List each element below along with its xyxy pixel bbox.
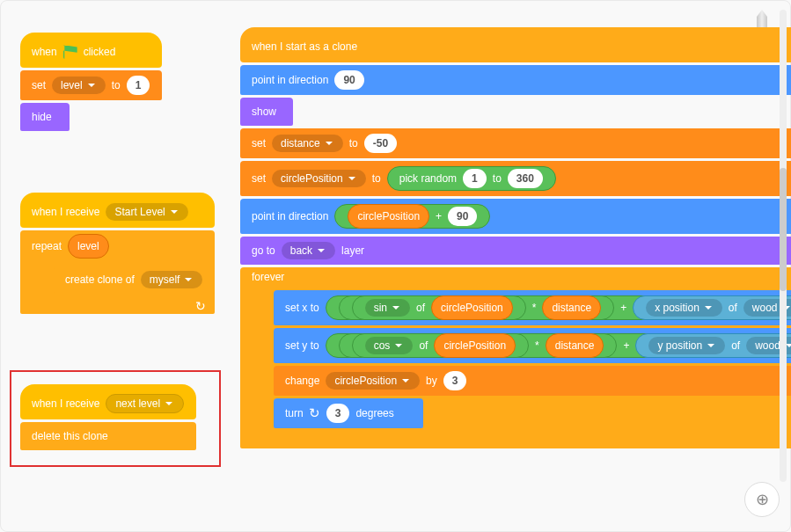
label: hide <box>32 111 52 123</box>
create-clone-block[interactable]: create clone of myself <box>54 266 215 294</box>
stack-init[interactable]: when clicked set level to 1 hide <box>20 33 162 134</box>
value-input[interactable]: 360 <box>508 169 543 188</box>
label: set x to <box>285 302 319 314</box>
message-dropdown[interactable]: Start Level <box>106 203 187 221</box>
label: * <box>532 302 537 314</box>
circleposition-reporter[interactable]: circlePosition <box>348 204 429 229</box>
circleposition-reporter[interactable]: circlePosition <box>434 333 516 358</box>
label: when I receive <box>32 206 99 218</box>
plus-reporter[interactable]: sin of circlePosition * distance + x pos… <box>326 295 791 320</box>
value-input[interactable]: 3 <box>443 371 467 390</box>
label: forever <box>252 271 284 283</box>
set-y-block[interactable]: set y to cos of circlePosition * distanc… <box>274 328 791 363</box>
label: pick random <box>399 172 457 185</box>
zoom-in-button[interactable]: ⊕ <box>744 482 780 517</box>
plus-reporter[interactable]: circlePosition + 90 <box>334 204 490 229</box>
value-input[interactable]: -50 <box>364 134 397 153</box>
sensing-of-reporter[interactable]: y position of wood <box>635 333 791 358</box>
zoom-in-icon: ⊕ <box>756 490 769 509</box>
var-dropdown[interactable]: level <box>52 77 106 94</box>
value-input[interactable]: 1 <box>127 76 150 95</box>
script-canvas[interactable]: when clicked set level to 1 hide when I … <box>0 0 791 532</box>
label: of <box>731 339 740 352</box>
set-distance-block[interactable]: set distance to -50 <box>240 128 791 158</box>
var-dropdown[interactable]: circlePosition <box>326 372 420 390</box>
label: set <box>252 172 266 185</box>
label: to <box>493 172 502 185</box>
label: create clone of <box>65 273 135 286</box>
label: delete this clone <box>32 430 108 442</box>
label: when <box>32 46 57 58</box>
set-level-block[interactable]: set level to 1 <box>20 70 162 100</box>
label: clicked <box>84 46 116 58</box>
var-dropdown[interactable]: circlePosition <box>272 170 366 187</box>
label: * <box>535 339 539 352</box>
label: degrees <box>355 407 393 419</box>
label: + <box>436 210 442 222</box>
label: by <box>426 375 437 387</box>
label: of <box>416 302 425 314</box>
change-circleposition-block[interactable]: change circlePosition by 3 <box>274 366 791 396</box>
pick-random-reporter[interactable]: pick random 1 to 360 <box>387 166 556 191</box>
distance-reporter[interactable]: distance <box>546 333 604 358</box>
circleposition-reporter[interactable]: circlePosition <box>431 295 513 320</box>
message-dropdown[interactable]: next level <box>106 394 184 413</box>
label: when I start as a clone <box>252 40 357 53</box>
label: point in direction <box>252 210 328 222</box>
label: of <box>729 302 737 314</box>
level-reporter[interactable]: level <box>68 234 109 259</box>
scrollbar-vertical[interactable] <box>780 10 787 482</box>
set-circleposition-random-block[interactable]: set circlePosition to pick random 1 to 3… <box>240 161 791 196</box>
value-input[interactable]: 90 <box>448 207 477 226</box>
value-input[interactable]: 1 <box>463 169 487 188</box>
when-receive-next-level-block[interactable]: when I receive next level <box>20 384 196 419</box>
label: set <box>252 137 266 149</box>
delete-clone-block[interactable]: delete this clone <box>20 422 196 450</box>
label: turn <box>285 407 304 419</box>
hide-block[interactable]: hide <box>20 103 70 131</box>
loop-arrow-icon: ↻ <box>195 299 206 313</box>
label: to <box>349 137 358 149</box>
go-to-layer-block[interactable]: go to back layer <box>240 237 791 265</box>
label: to <box>372 172 381 185</box>
label: + <box>623 339 629 352</box>
property-dropdown[interactable]: y position <box>648 337 725 354</box>
set-x-block[interactable]: set x to sin of circlePosition * distanc… <box>274 290 791 325</box>
label: to <box>112 79 121 91</box>
property-dropdown[interactable]: x position <box>646 299 722 317</box>
distance-reporter[interactable]: distance <box>542 295 601 320</box>
repeat-block[interactable]: repeat level create clone of myself ↻ <box>20 230 215 314</box>
stack-clone-behaviour[interactable]: when I start as a clone point in directi… <box>240 27 791 451</box>
mathop-reporter[interactable]: sin of circlePosition <box>352 295 526 320</box>
label: + <box>620 302 626 314</box>
mathop-reporter[interactable]: cos of circlePosition <box>352 333 529 358</box>
label: set <box>32 79 46 91</box>
when-receive-start-level-block[interactable]: when I receive Start Level <box>20 193 215 228</box>
forever-block[interactable]: forever set x to sin of circlePosition * <box>240 267 791 448</box>
when-start-clone-block[interactable]: when I start as a clone <box>240 27 791 62</box>
var-dropdown[interactable]: distance <box>272 135 343 152</box>
sensing-of-reporter[interactable]: x position of wood <box>633 295 791 320</box>
turn-block[interactable]: turn ↻ 3 degrees <box>274 398 423 428</box>
layer-dropdown[interactable]: back <box>282 242 335 259</box>
green-flag-icon <box>63 45 77 59</box>
plus-reporter[interactable]: cos of circlePosition * distance + y pos… <box>326 333 791 358</box>
mathop-dropdown[interactable]: sin <box>365 299 410 317</box>
label: point in direction <box>252 74 328 86</box>
times-reporter[interactable]: cos of circlePosition * distance <box>339 333 618 358</box>
clone-target-dropdown[interactable]: myself <box>141 271 203 288</box>
stack-next-level[interactable]: when I receive next level delete this cl… <box>20 384 196 453</box>
when-flag-clicked-block[interactable]: when clicked <box>20 33 162 68</box>
label: of <box>419 339 428 352</box>
point-direction-90-block[interactable]: point in direction 90 <box>240 65 791 95</box>
label: change <box>285 375 319 387</box>
point-direction-expr-block[interactable]: point in direction circlePosition + 90 <box>240 199 791 234</box>
value-input[interactable]: 3 <box>326 404 350 423</box>
turn-cw-icon: ↻ <box>309 405 320 421</box>
stack-start-level[interactable]: when I receive Start Level repeat level … <box>20 193 215 317</box>
show-block[interactable]: show <box>240 98 293 126</box>
label: when I receive <box>32 397 99 410</box>
mathop-dropdown[interactable]: cos <box>365 337 414 354</box>
times-reporter[interactable]: sin of circlePosition * distance <box>339 295 614 320</box>
value-input[interactable]: 90 <box>334 70 363 90</box>
